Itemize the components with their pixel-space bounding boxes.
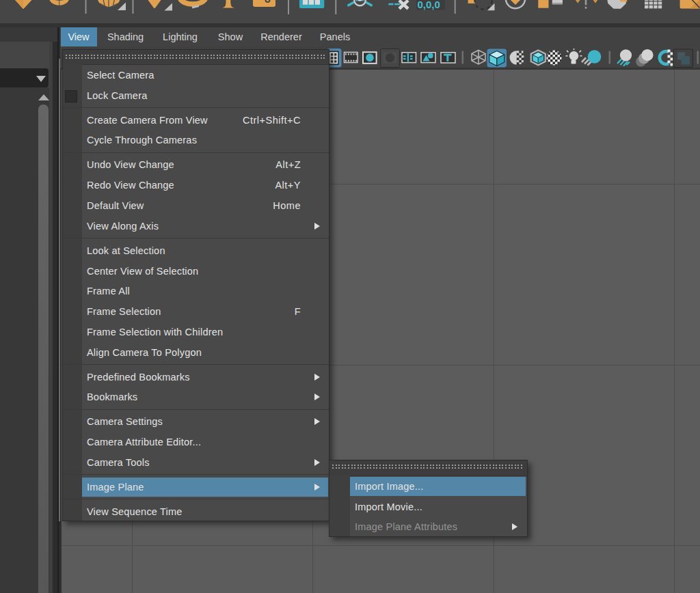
svg-text:0,0,0: 0,0,0	[418, 0, 440, 10]
